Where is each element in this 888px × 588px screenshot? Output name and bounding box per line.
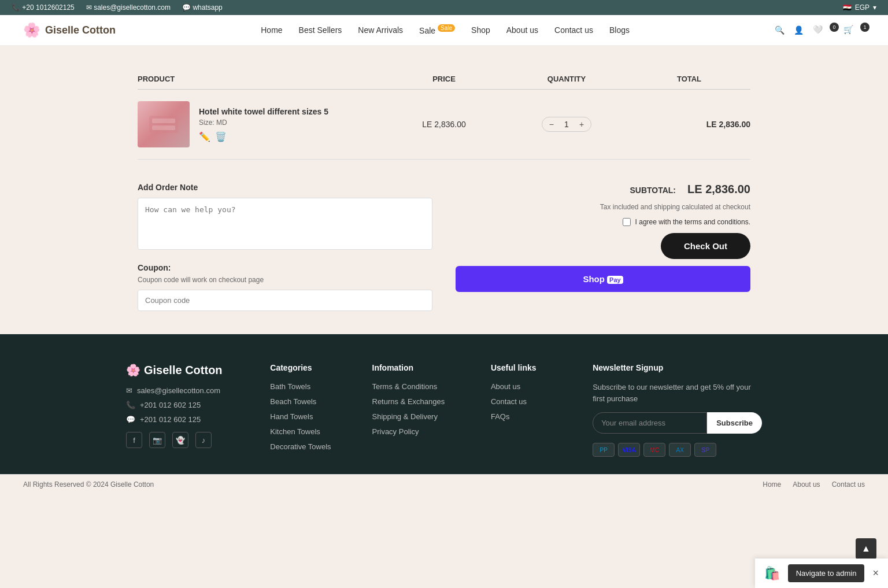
useful-faqs[interactable]: FAQs — [491, 412, 510, 421]
nav-contact[interactable]: Contact us — [554, 25, 593, 35]
terms-checkbox[interactable] — [623, 218, 631, 226]
category-beach[interactable]: Beach Towels — [270, 397, 316, 406]
category-hand[interactable]: Hand Towels — [270, 412, 313, 421]
footer-phone: 📞 +201 012 602 125 — [126, 401, 253, 409]
bottom-about-link[interactable]: About us — [793, 480, 820, 489]
newsletter-email-input[interactable] — [593, 412, 707, 434]
email-row: Subscribe — [593, 412, 762, 434]
col-price-header: PRICE — [383, 75, 505, 83]
product-size: Size: MD — [199, 119, 328, 127]
svg-rect-0 — [149, 116, 178, 133]
list-item: Contact us — [491, 397, 575, 406]
bottom-bar: All Rights Reserved © 2024 Giselle Cotto… — [0, 474, 888, 494]
flag-icon: 🇪🇬 — [843, 3, 852, 12]
pay-badge: Pay — [607, 276, 623, 284]
sale-badge: Sale — [438, 24, 455, 32]
footer-logo-icon: 🌸 — [126, 363, 140, 377]
search-icon[interactable]: 🔍 — [775, 25, 785, 35]
nav-best-sellers[interactable]: Best Sellers — [299, 25, 342, 35]
decrease-qty-button[interactable]: − — [547, 120, 556, 129]
snapchat-icon[interactable]: 👻 — [172, 432, 188, 448]
product-actions: ✏️ 🗑️ — [199, 131, 328, 142]
category-bath[interactable]: Bath Towels — [270, 382, 310, 391]
useful-about[interactable]: About us — [491, 382, 520, 391]
logo[interactable]: 🌸 Giselle Cotton — [23, 22, 116, 38]
footer-useful-links: Useful links About us Contact us FAQs — [491, 363, 575, 457]
currency-label[interactable]: EGP — [855, 3, 870, 12]
list-item: Privacy Policy — [372, 427, 473, 436]
info-terms[interactable]: Terms & Conditions — [372, 382, 438, 391]
svg-rect-1 — [152, 119, 175, 123]
phone-icon: 📞 — [12, 3, 20, 12]
footer-email-icon: ✉ — [126, 386, 132, 395]
checkout-button[interactable]: Check Out — [661, 233, 750, 259]
order-summary: SUBTOTAL: LE 2,836.00 Tax included and s… — [456, 183, 750, 311]
account-icon[interactable]: 👤 — [794, 25, 804, 35]
main-nav: Home Best Sellers New Arrivals Sale Sale… — [261, 25, 630, 35]
nav-new-arrivals[interactable]: New Arrivals — [358, 25, 403, 35]
footer-information-title: Infomation — [372, 363, 473, 372]
bottom-home-link[interactable]: Home — [763, 480, 781, 489]
footer-useful-links-list: About us Contact us FAQs — [491, 382, 575, 421]
cart-icon[interactable]: 🛒 1 — [843, 25, 865, 35]
edit-icon[interactable]: ✏️ — [199, 131, 210, 142]
footer: 🌸 Giselle Cotton ✉ sales@gisellecotton.c… — [0, 334, 888, 474]
main-content: PRODUCT PRICE QUANTITY TOTAL Hotel white… — [126, 69, 762, 311]
product-name: Hotel white towel different sizes 5 — [199, 107, 328, 116]
shop-pay-icon: SP — [694, 443, 716, 457]
col-product-header: PRODUCT — [138, 75, 383, 83]
delete-icon[interactable]: 🗑️ — [215, 131, 227, 142]
footer-grid: 🌸 Giselle Cotton ✉ sales@gisellecotton.c… — [126, 363, 762, 457]
facebook-icon[interactable]: f — [126, 432, 142, 448]
shoppay-button[interactable]: Shop Pay — [456, 266, 750, 292]
qty-value: 1 — [562, 120, 571, 129]
list-item: Bath Towels — [270, 382, 354, 391]
bottom-contact-link[interactable]: Contact us — [832, 480, 865, 489]
currency-chevron-icon: ▾ — [873, 3, 876, 12]
info-returns[interactable]: Returns & Exchanges — [372, 397, 445, 406]
info-shipping[interactable]: Shipping & Delivery — [372, 412, 438, 421]
list-item: Terms & Conditions — [372, 382, 473, 391]
whatsapp-link[interactable]: 💬 whatsapp — [182, 3, 223, 12]
footer-newsletter-title: Newsletter Signup — [593, 363, 762, 372]
cart-bottom: Add Order Note Coupon: Coupon code will … — [138, 183, 750, 311]
order-note: Add Order Note — [138, 183, 432, 252]
coupon-label: Coupon: — [138, 263, 432, 272]
increase-qty-button[interactable]: + — [577, 120, 586, 129]
footer-phone-icon: 📞 — [126, 401, 135, 409]
category-kitchen[interactable]: Kitchen Towels — [270, 427, 320, 436]
nav-sale[interactable]: Sale Sale — [419, 25, 455, 35]
newsletter-text: Subscribe to our newsletter and get 5% o… — [593, 382, 762, 404]
top-bar-right: 🇪🇬 EGP ▾ — [843, 3, 876, 12]
category-decorative[interactable]: Decorative Towels — [270, 442, 331, 451]
product-price: LE 2,836.00 — [383, 120, 505, 129]
logo-text: Giselle Cotton — [45, 24, 116, 36]
email-icon: ✉ — [86, 3, 92, 12]
list-item: Returns & Exchanges — [372, 397, 473, 406]
coupon-section: Coupon: Coupon code will work on checkou… — [138, 263, 432, 311]
footer-information-list: Terms & Conditions Returns & Exchanges S… — [372, 382, 473, 436]
left-section: Add Order Note Coupon: Coupon code will … — [138, 183, 432, 311]
order-note-input[interactable] — [138, 198, 432, 250]
footer-logo: 🌸 Giselle Cotton — [126, 363, 253, 377]
info-privacy[interactable]: Privacy Policy — [372, 427, 419, 436]
coupon-input[interactable] — [138, 290, 432, 311]
instagram-icon[interactable]: 📷 — [149, 432, 165, 448]
tiktok-icon[interactable]: ♪ — [195, 432, 212, 448]
nav-home[interactable]: Home — [261, 25, 282, 35]
cart-item: Hotel white towel different sizes 5 Size… — [138, 90, 750, 160]
wishlist-icon[interactable]: 🤍 0 — [813, 25, 834, 35]
coupon-note: Coupon code will work on checkout page — [138, 276, 432, 284]
nav-shop[interactable]: Shop — [471, 25, 490, 35]
subscribe-button[interactable]: Subscribe — [707, 412, 762, 434]
list-item: Beach Towels — [270, 397, 354, 406]
email-link[interactable]: ✉ sales@gisellecotton.com — [86, 3, 171, 12]
terms-row: I agree with the terms and conditions. — [623, 218, 750, 226]
useful-contact[interactable]: Contact us — [491, 397, 527, 406]
whatsapp-icon: 💬 — [182, 3, 191, 12]
nav-blogs[interactable]: Blogs — [609, 25, 630, 35]
nav-about[interactable]: About us — [506, 25, 538, 35]
phone-link[interactable]: 📞 +20 1012602125 — [12, 3, 75, 12]
copyright-text: All Rights Reserved © 2024 Giselle Cotto… — [23, 480, 154, 489]
footer-whatsapp-icon: 💬 — [126, 415, 135, 424]
